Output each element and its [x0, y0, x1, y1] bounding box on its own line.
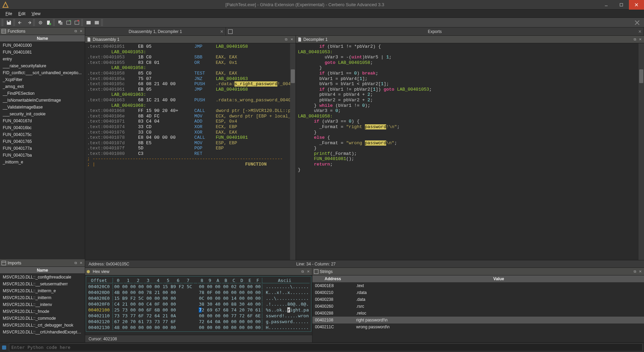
close-icon[interactable]: ✕	[638, 37, 643, 42]
table-icon	[1, 261, 6, 265]
menu-file[interactable]: File	[3, 11, 15, 17]
restore-icon[interactable]: ⧉	[284, 37, 289, 42]
tab-disasm-decomp[interactable]: Disassembly 1, Decompiler 1 ✕	[85, 27, 226, 35]
gear-icon[interactable]	[37, 19, 44, 26]
functions-panel-header: Functions ⧉ ✕	[0, 27, 85, 35]
functions-list[interactable]: FUN_00401000FUN_00401081entry___raise_se…	[0, 42, 85, 259]
list-item[interactable]: MSVCR120.DLL::_initterm	[0, 294, 85, 301]
imports-panel-header: Imports ⧉ ✕	[0, 259, 85, 267]
list-item[interactable]: entry	[0, 56, 85, 63]
table-icon	[1, 29, 6, 34]
list-item[interactable]: FUN_00401765	[0, 138, 85, 145]
new-doc-icon[interactable]	[45, 19, 52, 26]
list-item[interactable]: FUN_004017ba	[0, 152, 85, 159]
list-item[interactable]: FUN_0040175c	[0, 131, 85, 138]
menu-bar: File Edit View	[0, 10, 644, 18]
restore-icon[interactable]: ⧉	[632, 37, 637, 42]
close-icon[interactable]: ✕	[638, 29, 642, 34]
restore-icon[interactable]: ⧉	[300, 269, 305, 274]
table-row[interactable]: 00402108right password!\n	[312, 317, 644, 323]
close-icon[interactable]: ✕	[79, 29, 83, 34]
close-icon[interactable]: ✕	[220, 29, 223, 34]
list-item[interactable]: FUN_0040167d	[0, 117, 85, 124]
svg-rect-25	[228, 30, 232, 34]
tab-exports[interactable]: Exports ✕	[226, 27, 644, 35]
restore-icon[interactable]: ⧉	[73, 29, 78, 34]
table-row[interactable]: 00400210.rdata	[312, 289, 644, 296]
imports-column-header[interactable]: Name	[0, 267, 85, 274]
list-item[interactable]: MSVCR120.DLL::_fmode	[0, 308, 85, 315]
toolbar-grip	[101, 19, 103, 26]
save-icon[interactable]	[5, 19, 12, 26]
window-close-icon[interactable]	[73, 19, 80, 26]
list-item[interactable]: __ValidateImageBase	[0, 104, 85, 111]
list-item[interactable]: MSVCR120.DLL::__setusermatherr	[0, 281, 85, 287]
table-icon	[228, 29, 233, 34]
list-item[interactable]: ___security_init_cookie	[0, 111, 85, 117]
list-item[interactable]: FUN_0040177a	[0, 145, 85, 152]
table-icon	[314, 269, 319, 274]
table-row[interactable]: 00400260.rsrc	[312, 303, 644, 310]
close-icon[interactable]: ✕	[638, 269, 643, 274]
panel2-icon[interactable]	[93, 19, 100, 26]
window-title: [PatchTest.exe] - Ghidra Extension (Expe…	[11, 2, 599, 7]
close-icon[interactable]: ✕	[289, 37, 294, 42]
panel-icon[interactable]	[85, 19, 92, 26]
undo-icon[interactable]	[17, 19, 24, 26]
svg-rect-16	[87, 21, 91, 24]
table-row[interactable]: 004001E8.text	[312, 282, 644, 289]
redo-icon[interactable]	[25, 19, 32, 26]
decompiler-header: Decompiler 1 ⧉✕	[296, 36, 644, 43]
tab-close-icon[interactable]	[633, 19, 641, 27]
menu-view[interactable]: View	[29, 11, 43, 17]
list-item[interactable]: __FindPESection	[0, 90, 85, 97]
app-icon	[1, 1, 10, 9]
minimize-button[interactable]	[599, 0, 614, 10]
window-new-icon[interactable]	[65, 19, 72, 26]
list-item[interactable]: __IsNonwritableInCurrentImage	[0, 97, 85, 104]
document-icon	[297, 37, 302, 42]
list-item[interactable]: MSVCR120.DLL::__crtUnhandledException	[0, 329, 85, 336]
restore-icon[interactable]: ⧉	[73, 261, 78, 265]
hex-status: Cursor: 402108	[85, 335, 312, 342]
list-item[interactable]: MSVCR120.DLL::_configthreadlocale	[0, 274, 85, 281]
list-item[interactable]: ___raise_securityfailure	[0, 63, 85, 69]
list-item[interactable]: FID_conflict:___scrt_unhandled_exceptio.…	[0, 69, 85, 76]
list-item[interactable]: FUN_00401000	[0, 42, 85, 49]
list-item[interactable]: MSVCR120.DLL::_crt_debugger_hook	[0, 322, 85, 329]
svg-rect-26	[314, 270, 318, 274]
svg-rect-1	[620, 3, 623, 6]
list-item[interactable]: MSVCR120.DLL::_initterm_e	[0, 287, 85, 294]
scrollbar[interactable]	[290, 43, 296, 260]
hex-content[interactable]: Offset 01234567 89ABCDEF Ascii 004020C00…	[85, 275, 312, 335]
functions-column-header[interactable]: Name	[0, 35, 85, 42]
table-row[interactable]: 00400238.data	[312, 296, 644, 303]
toolbar-grip	[13, 19, 15, 26]
table-row[interactable]: 00400288.reloc	[312, 310, 644, 317]
imports-list[interactable]: MSVCR120.DLL::_configthreadlocaleMSVCR12…	[0, 274, 85, 342]
list-item[interactable]: MSVCR120.DLL::_commode	[0, 315, 85, 322]
disassembly-content[interactable]: .text:00401051 EB 05 JMP LAB_00401058 LA…	[85, 43, 296, 260]
list-item[interactable]: FUN_00401081	[0, 49, 85, 56]
close-button[interactable]	[629, 0, 644, 10]
restore-icon[interactable]: ⧉	[632, 269, 637, 274]
windows-icon[interactable]	[57, 19, 64, 26]
close-icon[interactable]: ✕	[79, 261, 83, 265]
list-item[interactable]: _XcptFilter	[0, 76, 85, 83]
svg-rect-13	[75, 21, 79, 24]
table-row[interactable]: 0040211Cwrong password\n	[312, 323, 644, 330]
toolbar-grip	[1, 19, 3, 26]
scrollbar[interactable]	[639, 43, 644, 260]
list-item[interactable]: _amsg_exit	[0, 83, 85, 90]
close-icon[interactable]: ✕	[306, 269, 311, 274]
document-icon	[87, 37, 91, 42]
python-input[interactable]	[9, 343, 643, 351]
list-item[interactable]: FUN_004016bc	[0, 124, 85, 131]
list-item[interactable]: MSVCR120.DLL::__initenv	[0, 301, 85, 308]
list-item[interactable]: _inittorm_e	[0, 159, 85, 166]
toolbar-grip	[53, 19, 55, 26]
decompiler-content[interactable]: if (bVar1 != *pbVar2) { LAB_00401053: uV…	[296, 43, 644, 260]
maximize-button[interactable]	[614, 0, 629, 10]
menu-edit[interactable]: Edit	[15, 11, 28, 17]
strings-content[interactable]: AddressValue004001E8.text00400210.rdata0…	[312, 275, 644, 342]
